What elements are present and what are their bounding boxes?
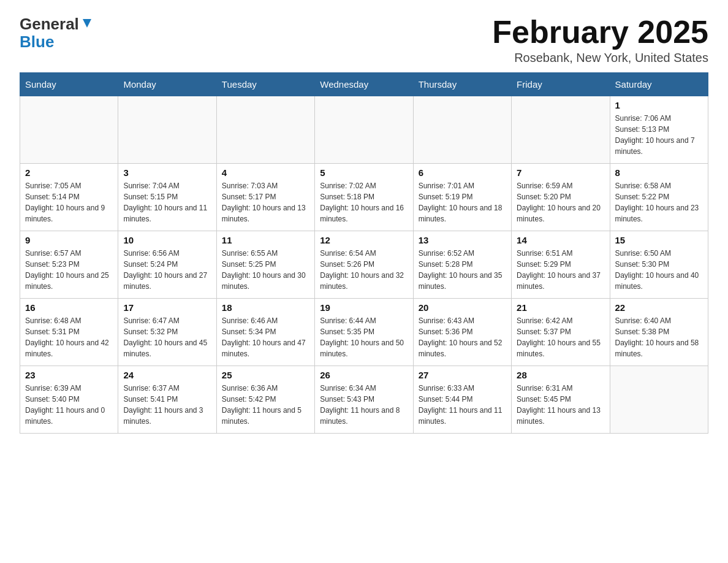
calendar-row-1: 2Sunrise: 7:05 AMSunset: 5:14 PMDaylight… xyxy=(20,164,708,231)
logo-general-text: General xyxy=(20,15,79,34)
day-info: Sunrise: 6:51 AMSunset: 5:29 PMDaylight:… xyxy=(517,248,604,292)
day-number: 21 xyxy=(517,302,604,313)
day-info: Sunrise: 6:42 AMSunset: 5:37 PMDaylight:… xyxy=(517,315,604,359)
day-info: Sunrise: 6:59 AMSunset: 5:20 PMDaylight:… xyxy=(517,180,604,224)
calendar-cell xyxy=(413,96,511,164)
day-info: Sunrise: 6:40 AMSunset: 5:38 PMDaylight:… xyxy=(615,315,703,359)
day-number: 25 xyxy=(222,370,309,380)
calendar-cell: 19Sunrise: 6:44 AMSunset: 5:35 PMDayligh… xyxy=(315,299,413,366)
calendar-cell xyxy=(512,96,610,164)
calendar-cell: 5Sunrise: 7:02 AMSunset: 5:18 PMDaylight… xyxy=(315,164,413,231)
page-header: General Blue February 2025 Rosebank, New… xyxy=(20,15,708,65)
calendar-cell xyxy=(610,366,708,434)
day-info: Sunrise: 7:06 AMSunset: 5:13 PMDaylight:… xyxy=(615,113,703,157)
calendar-cell: 24Sunrise: 6:37 AMSunset: 5:41 PMDayligh… xyxy=(118,366,216,434)
calendar-row-3: 16Sunrise: 6:48 AMSunset: 5:31 PMDayligh… xyxy=(20,299,708,366)
day-info: Sunrise: 6:54 AMSunset: 5:26 PMDaylight:… xyxy=(320,248,408,292)
calendar-table: SundayMondayTuesdayWednesdayThursdayFrid… xyxy=(20,72,708,434)
day-number: 15 xyxy=(615,235,703,245)
day-info: Sunrise: 7:05 AMSunset: 5:14 PMDaylight:… xyxy=(25,180,113,224)
calendar-cell: 17Sunrise: 6:47 AMSunset: 5:32 PMDayligh… xyxy=(118,299,216,366)
day-number: 1 xyxy=(615,100,703,110)
day-number: 5 xyxy=(320,167,408,178)
day-info: Sunrise: 6:57 AMSunset: 5:23 PMDaylight:… xyxy=(25,248,113,292)
calendar-cell: 16Sunrise: 6:48 AMSunset: 5:31 PMDayligh… xyxy=(20,299,118,366)
calendar-cell: 8Sunrise: 6:58 AMSunset: 5:22 PMDaylight… xyxy=(610,164,708,231)
calendar-cell: 21Sunrise: 6:42 AMSunset: 5:37 PMDayligh… xyxy=(512,299,610,366)
calendar-cell: 27Sunrise: 6:33 AMSunset: 5:44 PMDayligh… xyxy=(413,366,511,434)
day-info: Sunrise: 6:31 AMSunset: 5:45 PMDaylight:… xyxy=(517,383,604,427)
day-info: Sunrise: 6:50 AMSunset: 5:30 PMDaylight:… xyxy=(615,248,703,292)
day-number: 12 xyxy=(320,235,408,245)
day-number: 4 xyxy=(222,167,309,178)
day-number: 27 xyxy=(419,370,506,380)
day-number: 10 xyxy=(123,235,211,245)
day-info: Sunrise: 7:04 AMSunset: 5:15 PMDaylight:… xyxy=(123,180,211,224)
logo: General Blue xyxy=(20,15,94,52)
day-info: Sunrise: 6:34 AMSunset: 5:43 PMDaylight:… xyxy=(320,383,408,427)
day-number: 28 xyxy=(517,370,604,380)
day-number: 6 xyxy=(419,167,506,178)
calendar-cell: 6Sunrise: 7:01 AMSunset: 5:19 PMDaylight… xyxy=(413,164,511,231)
day-number: 3 xyxy=(123,167,211,178)
calendar-cell: 2Sunrise: 7:05 AMSunset: 5:14 PMDaylight… xyxy=(20,164,118,231)
svg-marker-0 xyxy=(83,19,91,28)
day-info: Sunrise: 7:03 AMSunset: 5:17 PMDaylight:… xyxy=(222,180,309,224)
day-number: 22 xyxy=(615,302,703,313)
logo-blue-text: Blue xyxy=(20,33,54,52)
calendar-cell xyxy=(216,96,314,164)
day-number: 13 xyxy=(419,235,506,245)
day-info: Sunrise: 6:36 AMSunset: 5:42 PMDaylight:… xyxy=(222,383,309,427)
header-cell-tuesday: Tuesday xyxy=(216,73,314,96)
day-info: Sunrise: 6:43 AMSunset: 5:36 PMDaylight:… xyxy=(419,315,506,359)
day-info: Sunrise: 7:01 AMSunset: 5:19 PMDaylight:… xyxy=(419,180,506,224)
day-number: 26 xyxy=(320,370,408,380)
calendar-cell: 20Sunrise: 6:43 AMSunset: 5:36 PMDayligh… xyxy=(413,299,511,366)
calendar-cell: 4Sunrise: 7:03 AMSunset: 5:17 PMDaylight… xyxy=(216,164,314,231)
calendar-cell: 7Sunrise: 6:59 AMSunset: 5:20 PMDaylight… xyxy=(512,164,610,231)
header-cell-saturday: Saturday xyxy=(610,73,708,96)
calendar-cell: 1Sunrise: 7:06 AMSunset: 5:13 PMDaylight… xyxy=(610,96,708,164)
header-cell-sunday: Sunday xyxy=(20,73,118,96)
day-number: 9 xyxy=(25,235,113,245)
header-cell-wednesday: Wednesday xyxy=(315,73,413,96)
location-text: Rosebank, New York, United States xyxy=(492,51,708,65)
day-number: 24 xyxy=(123,370,211,380)
calendar-cell xyxy=(315,96,413,164)
day-info: Sunrise: 6:47 AMSunset: 5:32 PMDaylight:… xyxy=(123,315,211,359)
day-info: Sunrise: 6:39 AMSunset: 5:40 PMDaylight:… xyxy=(25,383,113,427)
calendar-cell xyxy=(20,96,118,164)
day-info: Sunrise: 6:44 AMSunset: 5:35 PMDaylight:… xyxy=(320,315,408,359)
calendar-cell: 10Sunrise: 6:56 AMSunset: 5:24 PMDayligh… xyxy=(118,231,216,299)
calendar-cell: 12Sunrise: 6:54 AMSunset: 5:26 PMDayligh… xyxy=(315,231,413,299)
header-cell-friday: Friday xyxy=(512,73,610,96)
calendar-cell: 13Sunrise: 6:52 AMSunset: 5:28 PMDayligh… xyxy=(413,231,511,299)
day-number: 7 xyxy=(517,167,604,178)
header-cell-thursday: Thursday xyxy=(413,73,511,96)
calendar-row-4: 23Sunrise: 6:39 AMSunset: 5:40 PMDayligh… xyxy=(20,366,708,434)
day-number: 8 xyxy=(615,167,703,178)
day-number: 23 xyxy=(25,370,113,380)
day-info: Sunrise: 6:58 AMSunset: 5:22 PMDaylight:… xyxy=(615,180,703,224)
day-number: 11 xyxy=(222,235,309,245)
calendar-cell: 25Sunrise: 6:36 AMSunset: 5:42 PMDayligh… xyxy=(216,366,314,434)
day-number: 20 xyxy=(419,302,506,313)
day-info: Sunrise: 6:52 AMSunset: 5:28 PMDaylight:… xyxy=(419,248,506,292)
header-cell-monday: Monday xyxy=(118,73,216,96)
calendar-cell: 22Sunrise: 6:40 AMSunset: 5:38 PMDayligh… xyxy=(610,299,708,366)
day-info: Sunrise: 6:33 AMSunset: 5:44 PMDaylight:… xyxy=(419,383,506,427)
calendar-row-0: 1Sunrise: 7:06 AMSunset: 5:13 PMDaylight… xyxy=(20,96,708,164)
calendar-cell: 11Sunrise: 6:55 AMSunset: 5:25 PMDayligh… xyxy=(216,231,314,299)
day-info: Sunrise: 6:55 AMSunset: 5:25 PMDaylight:… xyxy=(222,248,309,292)
calendar-cell: 15Sunrise: 6:50 AMSunset: 5:30 PMDayligh… xyxy=(610,231,708,299)
day-info: Sunrise: 6:56 AMSunset: 5:24 PMDaylight:… xyxy=(123,248,211,292)
month-title: February 2025 xyxy=(492,15,708,50)
calendar-cell: 3Sunrise: 7:04 AMSunset: 5:15 PMDaylight… xyxy=(118,164,216,231)
day-info: Sunrise: 6:48 AMSunset: 5:31 PMDaylight:… xyxy=(25,315,113,359)
day-number: 14 xyxy=(517,235,604,245)
logo-arrow-icon xyxy=(80,17,94,30)
day-info: Sunrise: 6:37 AMSunset: 5:41 PMDaylight:… xyxy=(123,383,211,427)
calendar-header-row: SundayMondayTuesdayWednesdayThursdayFrid… xyxy=(20,73,708,96)
calendar-cell: 28Sunrise: 6:31 AMSunset: 5:45 PMDayligh… xyxy=(512,366,610,434)
day-number: 19 xyxy=(320,302,408,313)
